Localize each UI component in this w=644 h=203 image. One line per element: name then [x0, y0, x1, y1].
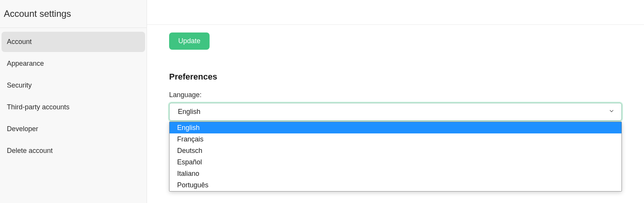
language-label: Language:	[169, 91, 622, 99]
sidebar-item-account[interactable]: Account	[2, 32, 145, 52]
language-dropdown: EnglishFrançaisDeutschEspañolItalianoPor…	[169, 122, 622, 192]
language-option-espa-ol[interactable]: Español	[169, 156, 621, 168]
sidebar-item-appearance[interactable]: Appearance	[2, 54, 145, 74]
sidebar-item-label: Appearance	[7, 60, 44, 67]
language-option-deutsch[interactable]: Deutsch	[169, 145, 621, 156]
sidebar-item-label: Security	[7, 81, 32, 89]
language-option-english[interactable]: English	[169, 122, 621, 133]
sidebar-item-delete-account[interactable]: Delete account	[2, 141, 145, 161]
sidebar-item-security[interactable]: Security	[2, 75, 145, 96]
language-option-fran-ais[interactable]: Français	[169, 133, 621, 145]
sidebar-item-label: Third-party accounts	[7, 103, 69, 111]
chevron-down-icon	[608, 108, 615, 116]
language-select-wrap: English EnglishFrançaisDeutschEspañolIta…	[169, 103, 622, 121]
language-option-italiano[interactable]: Italiano	[169, 168, 621, 179]
language-select[interactable]: English	[169, 103, 622, 121]
settings-sidebar: Account settings AccountAppearanceSecuri…	[0, 0, 147, 203]
sidebar-item-label: Developer	[7, 125, 38, 133]
sidebar-item-developer[interactable]: Developer	[2, 119, 145, 139]
preferences-heading: Preferences	[169, 72, 622, 82]
sidebar-title: Account settings	[0, 0, 147, 28]
update-button[interactable]: Update	[169, 32, 210, 50]
main-content: Update Preferences Language: English Eng…	[147, 24, 644, 203]
sidebar-item-label: Delete account	[7, 147, 53, 154]
sidebar-item-label: Account	[7, 38, 32, 45]
sidebar-nav: AccountAppearanceSecurityThird-party acc…	[0, 28, 147, 165]
sidebar-item-third-party-accounts[interactable]: Third-party accounts	[2, 97, 145, 117]
language-option-portugu-s[interactable]: Português	[169, 179, 621, 191]
language-selected-value: English	[178, 108, 200, 116]
